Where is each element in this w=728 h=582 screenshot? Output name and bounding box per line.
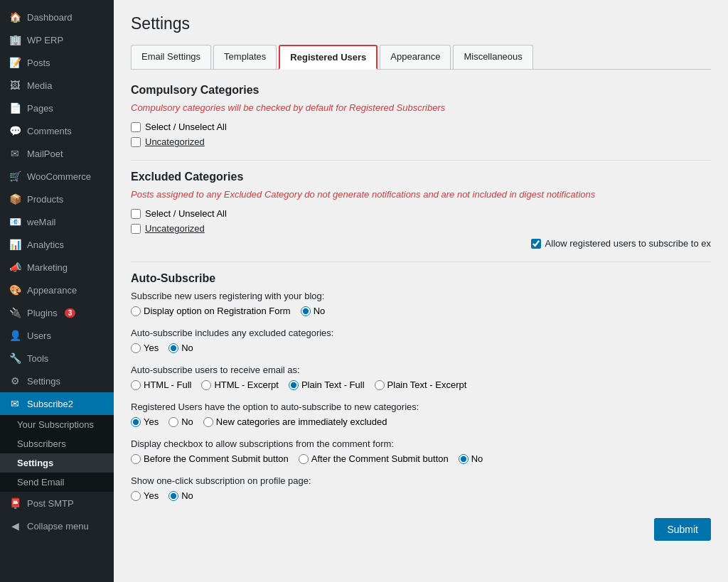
sidebar-item-collapse[interactable]: ◀ Collapse menu [0,514,114,537]
sidebar-item-users[interactable]: 👤 Users [0,324,114,347]
no-excl-input[interactable] [168,343,178,353]
plain-full-radio[interactable]: Plain Text - Full [289,379,365,390]
allow-registered-label[interactable]: Allow registered users to subscribe to e… [545,238,711,249]
sidebar-item-appearance[interactable]: 🎨 Appearance [0,279,114,301]
compulsory-categories-note: Compulsory categories will be checked by… [131,102,711,113]
compulsory-uncategorized-checkbox[interactable] [131,137,141,147]
new-users-radio-row: Display option on Registration Form No [131,306,711,316]
excluded-select-all-checkbox[interactable] [131,209,141,219]
sidebar-item-plugins[interactable]: 🔌 Plugins 3 [0,301,114,324]
auto-sub-excl-radio-row: Yes No [131,343,711,353]
new-categories-radio-row: Yes No New categories are immediately ex… [131,416,711,427]
allow-registered-checkbox[interactable] [531,239,541,249]
tab-templates[interactable]: Templates [213,45,277,69]
excluded-select-all-label[interactable]: Select / Unselect All [145,208,227,219]
yes-excl-input[interactable] [131,343,141,353]
settings-tabs: Email Settings Templates Registered User… [131,45,711,70]
sidebar-item-analytics[interactable]: 📊 Analytics [0,233,114,256]
pages-icon: 📄 [9,102,21,114]
plain-full-input[interactable] [289,380,299,390]
sidebar-item-label: Plugins [27,308,58,318]
excluded-uncategorized-checkbox[interactable] [131,224,141,234]
post-smtp-icon: 📮 [9,497,21,510]
excl-newcat-radio[interactable]: New categories are immediately excluded [203,416,387,427]
compulsory-uncategorized-row: Uncategorized [131,136,711,147]
no-reg-radio[interactable]: No [301,306,326,316]
no-reg-label: No [314,306,326,316]
excluded-categories-section: Excluded Categories Posts assigned to an… [131,171,711,234]
sidebar-item-send-email[interactable]: Send Email [0,473,114,492]
plain-excerpt-radio[interactable]: Plain Text - Excerpt [375,379,467,390]
sidebar-item-marketing[interactable]: 📣 Marketing [0,256,114,279]
before-comment-radio[interactable]: Before the Comment Submit button [131,453,289,464]
tab-registered-users[interactable]: Registered Users [279,45,378,70]
no-comment-input[interactable] [459,454,469,464]
sidebar-item-dashboard[interactable]: 🏠 Dashboard [0,6,114,28]
yes-excl-radio[interactable]: Yes [131,343,159,353]
yes-newcat-radio[interactable]: Yes [131,416,159,427]
excl-newcat-input[interactable] [203,417,213,427]
plugins-icon: 🔌 [9,306,21,319]
submit-button[interactable]: Submit [654,518,711,541]
compulsory-uncategorized-label[interactable]: Uncategorized [145,136,205,147]
yes-profile-radio[interactable]: Yes [131,490,159,501]
no-newcat-input[interactable] [168,417,178,427]
html-excerpt-input[interactable] [201,380,211,390]
yes-newcat-input[interactable] [131,417,141,427]
before-comment-input[interactable] [131,454,141,464]
html-full-radio[interactable]: HTML - Full [131,379,191,390]
tools-icon: 🔧 [9,352,21,365]
excluded-categories-title: Excluded Categories [131,171,711,183]
sidebar-item-posts[interactable]: 📝 Posts [0,51,114,74]
no-profile-input[interactable] [168,491,178,501]
excluded-uncategorized-label[interactable]: Uncategorized [145,223,205,234]
sidebar-item-your-subscriptions[interactable]: Your Subscriptions [0,415,114,434]
main-content: Settings Email Settings Templates Regist… [114,0,728,582]
tab-miscellaneous[interactable]: Miscellaneous [453,45,532,69]
after-comment-radio[interactable]: After the Comment Submit button [299,453,449,464]
compulsory-categories-title: Compulsory Categories [131,84,711,97]
page-title: Settings [131,14,711,33]
yes-profile-label: Yes [144,490,159,501]
tab-email-settings[interactable]: Email Settings [131,45,211,69]
sidebar-item-tools[interactable]: 🔧 Tools [0,347,114,370]
sidebar-item-pages[interactable]: 📄 Pages [0,97,114,119]
sidebar-item-sub-settings[interactable]: Settings [0,453,114,473]
no-newcat-radio[interactable]: No [168,416,193,427]
tab-appearance[interactable]: Appearance [380,45,451,69]
sidebar-item-post-smtp[interactable]: 📮 Post SMTP [0,492,114,514]
after-comment-input[interactable] [299,454,309,464]
html-full-input[interactable] [131,380,141,390]
sidebar-item-comments[interactable]: 💬 Comments [0,119,114,142]
no-comment-radio[interactable]: No [459,453,483,464]
plain-excerpt-input[interactable] [375,380,385,390]
no-profile-radio[interactable]: No [168,490,193,501]
sidebar-item-subscribe2[interactable]: ✉ Subscribe2 [0,392,114,415]
html-excerpt-radio[interactable]: HTML - Excerpt [201,379,279,390]
sidebar-item-mailpoet[interactable]: ✉ MailPoet [0,142,114,165]
display-option-input[interactable] [131,306,141,316]
sidebar-item-media[interactable]: 🖼 Media [0,74,114,97]
sidebar-item-products[interactable]: 📦 Products [0,188,114,210]
before-comment-label: Before the Comment Submit button [144,453,289,464]
no-excl-label: No [181,343,193,353]
display-option-radio[interactable]: Display option on Registration Form [131,306,291,316]
no-reg-input[interactable] [301,306,311,316]
no-excl-radio[interactable]: No [168,343,193,353]
sidebar-item-subscribers[interactable]: Subscribers [0,434,114,453]
sidebar-item-wemail[interactable]: 📧 weMail [0,210,114,233]
yes-profile-input[interactable] [131,491,141,501]
sidebar-item-wp-erp[interactable]: 🏢 WP ERP [0,28,114,51]
sidebar-item-woocommerce[interactable]: 🛒 WooCommerce [0,165,114,188]
comment-form-sub-section: Display checkbox to allow subscriptions … [131,438,711,464]
sidebar-item-label: Marketing [27,262,68,273]
sidebar-item-label: Media [27,80,52,91]
sidebar-item-label: Collapse menu [27,521,89,532]
no-profile-label: No [181,490,193,501]
sidebar-item-label: Post SMTP [27,498,74,509]
html-excerpt-label: HTML - Excerpt [214,379,279,390]
compulsory-select-all-label[interactable]: Select / Unselect All [145,122,227,132]
sidebar-item-settings[interactable]: ⚙ Settings [0,370,114,392]
compulsory-select-all-checkbox[interactable] [131,122,141,132]
sidebar-item-label: Comments [27,126,72,136]
